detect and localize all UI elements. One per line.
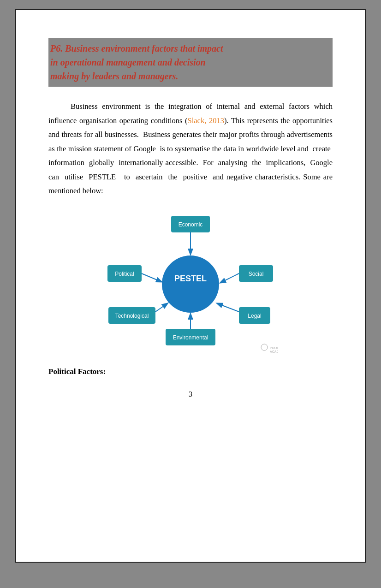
svg-line-10	[217, 303, 239, 312]
svg-text:PROFESSIONAL: PROFESSIONAL	[270, 346, 278, 350]
svg-point-20	[261, 344, 268, 350]
heading-line1: P6. Business environment factors that im…	[50, 43, 223, 53]
svg-text:Economic: Economic	[179, 221, 203, 228]
svg-text:Political: Political	[115, 271, 134, 277]
document-page: P6. Business environment factors that im…	[15, 9, 366, 563]
svg-text:Technological: Technological	[115, 313, 149, 319]
svg-text:Social: Social	[249, 271, 264, 277]
svg-point-0	[162, 255, 219, 313]
svg-text:Environmental: Environmental	[173, 334, 208, 341]
pestle-svg: PESTEL Economic Social Legal Environment…	[103, 211, 278, 354]
svg-text:Legal: Legal	[248, 313, 261, 319]
svg-text:ACADEMY: ACADEMY	[270, 350, 278, 353]
heading-line3: making by leaders and managers.	[50, 71, 178, 81]
heading-text: P6. Business environment factors that im…	[50, 42, 328, 83]
heading-line2: in operational management and decision	[50, 57, 206, 67]
heading-block: P6. Business environment factors that im…	[48, 38, 333, 87]
page-number: 3	[48, 390, 333, 398]
svg-text:PESTEL: PESTEL	[174, 274, 207, 283]
body-paragraph: Business environment is the integration …	[48, 100, 333, 198]
svg-line-16	[155, 303, 167, 312]
svg-line-7	[220, 273, 239, 283]
svg-line-19	[142, 273, 161, 282]
political-factors-heading: Political Factors:	[48, 367, 333, 376]
pestle-diagram: PESTEL Economic Social Legal Environment…	[48, 211, 333, 354]
citation: Slack, 2013	[188, 116, 224, 125]
